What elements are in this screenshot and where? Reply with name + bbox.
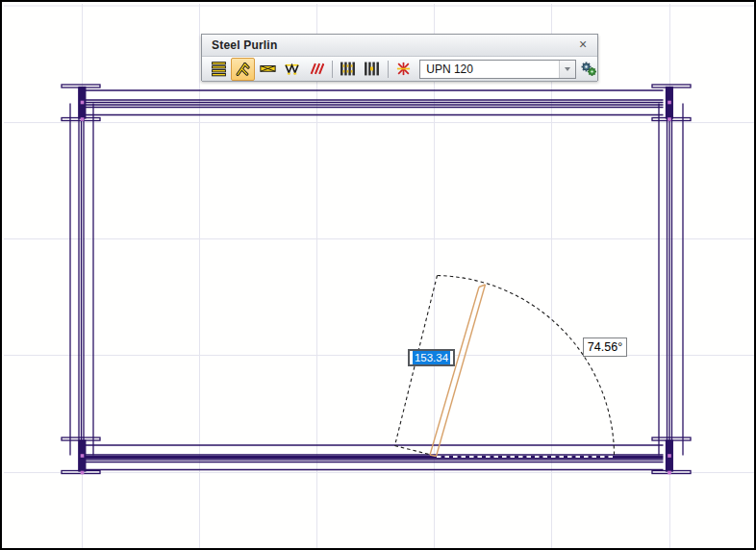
purlin-grid-icon — [340, 61, 356, 77]
zigzag-purlin-button[interactable] — [280, 58, 303, 81]
column-symbol-bottom-right — [652, 438, 691, 474]
braced-purlin-icon — [260, 61, 276, 77]
steel-frame-plan — [62, 85, 691, 474]
profile-dropdown[interactable]: UPN 120 — [419, 60, 576, 79]
braced-purlin-button[interactable] — [256, 58, 279, 81]
toolbar-title-bar[interactable]: Steel Purlin × — [202, 35, 597, 57]
delete-purlins-icon — [395, 61, 412, 77]
cad-drawing-canvas[interactable] — [2, 2, 756, 550]
close-icon[interactable]: × — [575, 38, 591, 53]
grid-lines — [4, 4, 756, 550]
straight-purlin-rows-button[interactable] — [207, 58, 230, 81]
chevron-down-icon — [565, 67, 570, 71]
red-hatch-purlin-icon — [308, 61, 324, 77]
zigzag-purlin-icon — [284, 61, 300, 77]
length-input[interactable]: 153.34 — [408, 349, 455, 366]
steel-purlin-toolbar-window: Steel Purlin × — [201, 34, 598, 81]
straight-purlin-rows-icon — [211, 61, 227, 77]
purlin-grid-button[interactable] — [336, 58, 359, 81]
grip-points[interactable] — [81, 101, 671, 475]
toolbar-title: Steel Purlin — [212, 38, 575, 52]
profile-dropdown-value: UPN 120 — [420, 62, 559, 76]
toolbar-separator — [388, 61, 389, 78]
gears-icon — [580, 61, 597, 77]
red-hatch-purlin-button[interactable] — [305, 58, 328, 81]
dropdown-arrow-button[interactable] — [559, 61, 575, 78]
inclined-purlin-button[interactable] — [231, 58, 254, 81]
delete-purlins-button[interactable] — [391, 58, 415, 81]
angle-tooltip: 74.56° — [583, 338, 627, 357]
inclined-purlin-icon — [235, 61, 251, 77]
toolbar-button-row: UPN 120 — [202, 57, 597, 82]
toolbar-separator — [332, 61, 333, 78]
settings-button[interactable] — [580, 60, 597, 79]
purlin-preview[interactable] — [430, 285, 486, 457]
angle-tooltip-text: 74.56° — [588, 340, 622, 354]
purlin-grid-single-icon — [364, 61, 380, 77]
cad-application-window: Steel Purlin × — [0, 0, 756, 550]
length-input-selected-text: 153.34 — [413, 351, 450, 364]
purlin-grid-single-button[interactable] — [360, 58, 383, 81]
